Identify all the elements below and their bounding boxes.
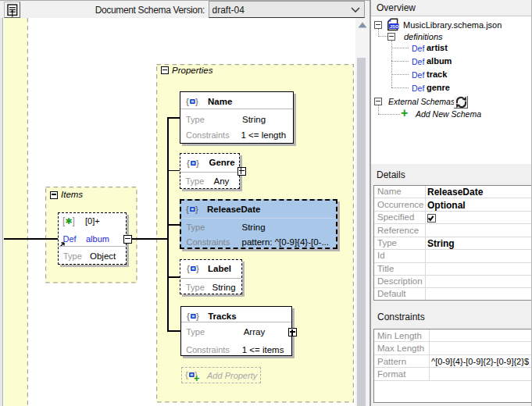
svg-text:{: { xyxy=(185,370,188,379)
svg-text:}: } xyxy=(196,312,199,321)
svg-text:}: } xyxy=(195,205,198,214)
svg-text:{: { xyxy=(186,205,189,214)
svg-text:}: } xyxy=(196,158,199,168)
svg-text:}: } xyxy=(195,97,198,106)
svg-text:{: { xyxy=(187,158,190,168)
svg-text:{: { xyxy=(187,312,190,321)
svg-text:JSO: JSO xyxy=(390,24,399,29)
svg-text:{: { xyxy=(187,264,190,273)
svg-text:}: } xyxy=(196,264,199,273)
svg-text:{: { xyxy=(186,97,189,106)
